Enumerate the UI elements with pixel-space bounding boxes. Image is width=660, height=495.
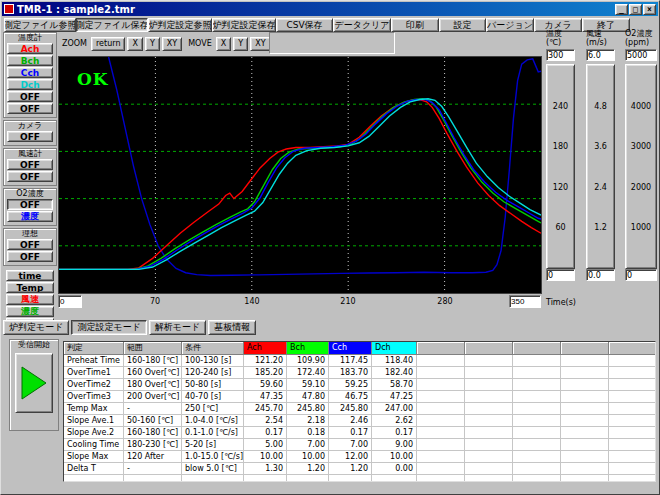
table-cell-dch[interactable]: 9.00 xyxy=(372,439,417,451)
table-cell-cond[interactable]: 40-70 [s] xyxy=(182,391,244,403)
camera-off-button[interactable]: OFF xyxy=(7,131,53,142)
table-empty-cell[interactable] xyxy=(465,403,513,415)
table-empty-cell[interactable] xyxy=(465,475,513,482)
table-cell-dch[interactable]: 58.70 xyxy=(372,379,417,391)
table-cell-cch[interactable]: 46.75 xyxy=(329,391,372,403)
windspeed-off-button[interactable]: OFF xyxy=(7,171,53,182)
table-cell-dch[interactable]: 0.00 xyxy=(372,463,417,475)
channel-cch-button[interactable]: Cch xyxy=(7,67,53,78)
table-empty-cell[interactable] xyxy=(609,379,656,391)
table-empty-cell[interactable] xyxy=(329,475,372,482)
table-cell-bch[interactable]: 59.10 xyxy=(287,379,329,391)
axis-o2-button[interactable]: 濃度 xyxy=(6,306,54,317)
channel-bch-button[interactable]: Bch xyxy=(7,55,53,66)
table-empty-cell[interactable] xyxy=(465,415,513,427)
table-cell-ach[interactable]: 10.00 xyxy=(244,451,287,463)
table-cell-ach[interactable]: 5.00 xyxy=(244,439,287,451)
table-cell-cond[interactable]: 1.0-15.0 [℃/s] xyxy=(182,451,244,463)
table-cell-range[interactable]: - xyxy=(124,463,182,475)
table-cell-ach[interactable]: 1.30 xyxy=(244,463,287,475)
menu-print[interactable]: 印刷 xyxy=(391,18,439,32)
table-empty-cell[interactable] xyxy=(465,439,513,451)
table-cell-bch[interactable]: 172.40 xyxy=(287,367,329,379)
axis-temp-button[interactable]: Temp xyxy=(6,282,54,293)
table-cell-ach[interactable]: 47.35 xyxy=(244,391,287,403)
wind-min-input[interactable] xyxy=(586,269,615,281)
close-button[interactable]: × xyxy=(643,4,656,15)
wind-max-input[interactable] xyxy=(586,49,615,61)
table-empty-cell[interactable] xyxy=(417,451,465,463)
table-cell-dch[interactable]: 247.00 xyxy=(372,403,417,415)
table-empty-cell[interactable] xyxy=(182,475,244,482)
table-empty-cell[interactable] xyxy=(561,355,609,367)
channel-off-button[interactable]: OFF xyxy=(7,91,53,102)
ideal-off-button[interactable]: OFF xyxy=(7,239,53,250)
table-empty-cell[interactable] xyxy=(372,475,417,482)
table-cell-name[interactable]: Temp Max xyxy=(64,403,124,415)
table-cell-cch[interactable]: 245.80 xyxy=(329,403,372,415)
table-cell-dch[interactable]: 47.25 xyxy=(372,391,417,403)
table-cell-bch[interactable]: 109.90 xyxy=(287,355,329,367)
table-cell-cch[interactable]: 183.70 xyxy=(329,367,372,379)
axis-wind-button[interactable]: 風速 xyxy=(6,294,54,305)
table-cell-name[interactable]: Preheat Time xyxy=(64,355,124,367)
table-cell-range[interactable]: 160 Over[℃] xyxy=(124,367,182,379)
table-cell-name[interactable]: OverTime1 xyxy=(64,367,124,379)
menu-settings[interactable]: 設定 xyxy=(439,18,486,32)
table-cell-name[interactable]: Slope Ave.2 xyxy=(64,427,124,439)
table-empty-cell[interactable] xyxy=(417,475,465,482)
table-empty-cell[interactable] xyxy=(561,451,609,463)
zoom-x-button[interactable]: X xyxy=(127,37,142,51)
table-empty-cell[interactable] xyxy=(513,391,561,403)
table-cell-dch[interactable]: 10.00 xyxy=(372,451,417,463)
table-empty-cell[interactable] xyxy=(465,451,513,463)
move-y-button[interactable]: Y xyxy=(233,37,248,51)
table-cell-cond[interactable]: 1.0-4.0 [℃/s] xyxy=(182,415,244,427)
table-empty-cell[interactable] xyxy=(561,415,609,427)
table-cell-cch[interactable]: 0.17 xyxy=(329,427,372,439)
o2-min-input[interactable] xyxy=(625,269,657,281)
table-empty-cell[interactable] xyxy=(513,379,561,391)
table-empty-cell[interactable] xyxy=(417,367,465,379)
table-empty-cell[interactable] xyxy=(465,379,513,391)
table-cell-cch[interactable]: 2.46 xyxy=(329,415,372,427)
table-cell-bch[interactable]: 10.00 xyxy=(287,451,329,463)
table-empty-cell[interactable] xyxy=(513,367,561,379)
table-cell-ach[interactable]: 121.20 xyxy=(244,355,287,367)
menu-save-csv[interactable]: CSV保存 xyxy=(276,18,333,32)
table-empty-cell[interactable] xyxy=(417,415,465,427)
menu-load-measure-file[interactable]: 測定ファイル参照 xyxy=(4,18,76,32)
table-empty-cell[interactable] xyxy=(609,427,656,439)
table-cell-bch[interactable]: 1.20 xyxy=(287,463,329,475)
o2-density-button[interactable]: 濃度 xyxy=(7,211,53,222)
table-empty-cell[interactable] xyxy=(417,403,465,415)
table-empty-cell[interactable] xyxy=(417,391,465,403)
table-cell-cond[interactable]: 100-130 [s] xyxy=(182,355,244,367)
table-cell-name[interactable]: Slope Max xyxy=(64,451,124,463)
table-empty-cell[interactable] xyxy=(64,475,124,482)
table-empty-cell[interactable] xyxy=(609,463,656,475)
table-empty-cell[interactable] xyxy=(513,415,561,427)
menu-version[interactable]: バージョン xyxy=(486,18,534,32)
table-empty-cell[interactable] xyxy=(417,427,465,439)
tab-judge-mode[interactable]: 炉判定モード xyxy=(3,320,69,335)
table-empty-cell[interactable] xyxy=(609,391,656,403)
zoom-return-button[interactable]: return xyxy=(91,37,125,51)
table-cell-cch[interactable]: 117.45 xyxy=(329,355,372,367)
table-cell-cond[interactable]: 0.1-1.0 [℃/s] xyxy=(182,427,244,439)
table-empty-cell[interactable] xyxy=(465,463,513,475)
axis-time-button[interactable]: time xyxy=(6,270,54,281)
table-empty-cell[interactable] xyxy=(465,427,513,439)
table-cell-range[interactable]: 120 After xyxy=(124,451,182,463)
table-cell-cond[interactable]: 120-240 [s] xyxy=(182,367,244,379)
menu-save-judge-settings[interactable]: 炉判定設定保存 xyxy=(212,18,276,32)
zoom-xy-button[interactable]: XY xyxy=(162,37,182,51)
o2-max-input[interactable] xyxy=(625,49,657,61)
tab-analysis-mode[interactable]: 解析モード xyxy=(149,320,206,335)
ideal-off-button[interactable]: OFF xyxy=(7,251,53,262)
title-bar[interactable]: TMR-1 : sample2.tmr _ □ × xyxy=(2,2,658,16)
time-min-input[interactable] xyxy=(58,295,82,308)
table-cell-range[interactable]: - xyxy=(124,403,182,415)
table-empty-cell[interactable] xyxy=(417,355,465,367)
channel-off-button[interactable]: OFF xyxy=(7,103,53,114)
